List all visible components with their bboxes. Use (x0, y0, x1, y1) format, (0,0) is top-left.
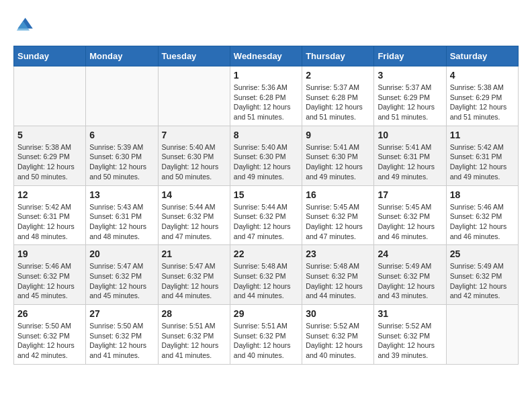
day-number: 30 (306, 308, 370, 319)
calendar-cell: 3Sunrise: 5:37 AMSunset: 6:29 PMDaylight… (374, 66, 446, 126)
day-info: Sunrise: 5:42 AMSunset: 6:31 PMDaylight:… (450, 142, 515, 182)
day-number: 31 (378, 308, 442, 319)
day-info: Sunrise: 5:46 AMSunset: 6:32 PMDaylight:… (17, 261, 82, 301)
day-info: Sunrise: 5:42 AMSunset: 6:31 PMDaylight:… (17, 202, 82, 242)
day-info: Sunrise: 5:46 AMSunset: 6:32 PMDaylight:… (450, 202, 515, 242)
calendar-cell: 6Sunrise: 5:39 AMSunset: 6:30 PMDaylight… (86, 126, 158, 185)
calendar-cell: 7Sunrise: 5:40 AMSunset: 6:30 PMDaylight… (158, 126, 230, 185)
day-number: 29 (234, 308, 298, 319)
sunrise-label: Sunrise: 5:45 AM (378, 203, 431, 211)
daylight-label: Daylight: 12 hours and 44 minutes. (162, 282, 219, 300)
sunrise-label: Sunrise: 5:51 AM (162, 322, 216, 330)
calendar-cell: 19Sunrise: 5:46 AMSunset: 6:32 PMDayligh… (14, 245, 86, 305)
daylight-label: Daylight: 12 hours and 44 minutes. (306, 282, 363, 300)
day-info: Sunrise: 5:49 AMSunset: 6:32 PMDaylight:… (378, 261, 442, 301)
calendar-cell (158, 66, 230, 126)
sunset-label: Sunset: 6:31 PM (378, 152, 430, 161)
daylight-label: Daylight: 12 hours and 51 minutes. (306, 103, 363, 121)
day-number: 1 (234, 70, 298, 81)
calendar-week-row: 1Sunrise: 5:36 AMSunset: 6:28 PMDaylight… (14, 66, 519, 126)
sunrise-label: Sunrise: 5:44 AM (162, 203, 216, 211)
daylight-label: Daylight: 12 hours and 45 minutes. (17, 282, 75, 300)
sunset-label: Sunset: 6:29 PM (378, 93, 430, 101)
day-number: 6 (89, 130, 154, 140)
calendar-cell: 10Sunrise: 5:41 AMSunset: 6:31 PMDayligh… (374, 126, 446, 185)
sunset-label: Sunset: 6:32 PM (306, 272, 358, 280)
calendar-cell: 5Sunrise: 5:38 AMSunset: 6:29 PMDaylight… (14, 126, 86, 185)
day-info: Sunrise: 5:47 AMSunset: 6:32 PMDaylight:… (89, 261, 154, 301)
sunrise-label: Sunrise: 5:50 AM (89, 322, 143, 330)
day-info: Sunrise: 5:49 AMSunset: 6:32 PMDaylight:… (450, 261, 515, 301)
sunset-label: Sunset: 6:32 PM (234, 212, 286, 220)
calendar-cell: 13Sunrise: 5:43 AMSunset: 6:31 PMDayligh… (86, 185, 158, 245)
sunset-label: Sunset: 6:30 PM (234, 152, 286, 161)
day-number: 23 (306, 248, 370, 259)
sunrise-label: Sunrise: 5:41 AM (306, 143, 359, 151)
calendar-cell: 20Sunrise: 5:47 AMSunset: 6:32 PMDayligh… (86, 245, 158, 305)
sunset-label: Sunset: 6:32 PM (378, 332, 430, 340)
day-info: Sunrise: 5:44 AMSunset: 6:32 PMDaylight:… (234, 202, 298, 242)
daylight-label: Daylight: 12 hours and 40 minutes. (234, 341, 291, 359)
daylight-label: Daylight: 12 hours and 50 minutes. (162, 163, 219, 181)
daylight-label: Daylight: 12 hours and 49 minutes. (450, 163, 507, 181)
daylight-label: Daylight: 12 hours and 45 minutes. (89, 282, 146, 300)
sunset-label: Sunset: 6:29 PM (450, 93, 502, 101)
sunrise-label: Sunrise: 5:37 AM (378, 83, 431, 91)
day-number: 17 (378, 189, 442, 200)
day-info: Sunrise: 5:40 AMSunset: 6:30 PMDaylight:… (162, 142, 226, 182)
day-number: 27 (89, 308, 154, 319)
calendar-week-row: 5Sunrise: 5:38 AMSunset: 6:29 PMDaylight… (14, 126, 519, 185)
daylight-label: Daylight: 12 hours and 41 minutes. (162, 341, 219, 359)
sunrise-label: Sunrise: 5:49 AM (450, 262, 504, 270)
daylight-label: Daylight: 12 hours and 49 minutes. (234, 163, 291, 181)
calendar-week-row: 12Sunrise: 5:42 AMSunset: 6:31 PMDayligh… (14, 185, 519, 245)
sunset-label: Sunset: 6:31 PM (89, 212, 142, 220)
day-number: 19 (17, 248, 82, 259)
daylight-label: Daylight: 12 hours and 48 minutes. (89, 222, 146, 240)
calendar-cell (14, 66, 86, 126)
day-info: Sunrise: 5:37 AMSunset: 6:28 PMDaylight:… (306, 83, 370, 122)
daylight-label: Daylight: 12 hours and 46 minutes. (450, 222, 507, 240)
day-number: 21 (162, 248, 226, 259)
sunset-label: Sunset: 6:32 PM (89, 332, 142, 340)
calendar-cell: 30Sunrise: 5:52 AMSunset: 6:32 PMDayligh… (302, 305, 374, 365)
sunrise-label: Sunrise: 5:51 AM (234, 322, 287, 330)
logo (13, 13, 38, 35)
calendar-cell: 16Sunrise: 5:45 AMSunset: 6:32 PMDayligh… (302, 185, 374, 245)
calendar-cell: 28Sunrise: 5:51 AMSunset: 6:32 PMDayligh… (158, 305, 230, 365)
sunrise-label: Sunrise: 5:42 AM (450, 143, 504, 151)
day-info: Sunrise: 5:43 AMSunset: 6:31 PMDaylight:… (89, 202, 154, 242)
day-number: 8 (234, 130, 298, 140)
day-info: Sunrise: 5:44 AMSunset: 6:32 PMDaylight:… (162, 202, 226, 242)
daylight-label: Daylight: 12 hours and 47 minutes. (162, 222, 219, 240)
day-info: Sunrise: 5:37 AMSunset: 6:29 PMDaylight:… (378, 83, 442, 122)
calendar-cell: 9Sunrise: 5:41 AMSunset: 6:30 PMDaylight… (302, 126, 374, 185)
sunrise-label: Sunrise: 5:48 AM (306, 262, 359, 270)
sunrise-label: Sunrise: 5:48 AM (234, 262, 287, 270)
daylight-label: Daylight: 12 hours and 49 minutes. (306, 163, 363, 181)
calendar-cell: 29Sunrise: 5:51 AMSunset: 6:32 PMDayligh… (230, 305, 302, 365)
day-number: 7 (162, 130, 226, 140)
day-number: 3 (378, 70, 442, 81)
column-header-friday: Friday (374, 46, 446, 66)
calendar-cell: 22Sunrise: 5:48 AMSunset: 6:32 PMDayligh… (230, 245, 302, 305)
sunrise-label: Sunrise: 5:50 AM (17, 322, 71, 330)
daylight-label: Daylight: 12 hours and 43 minutes. (378, 282, 435, 300)
calendar-cell: 23Sunrise: 5:48 AMSunset: 6:32 PMDayligh… (302, 245, 374, 305)
day-number: 26 (17, 308, 82, 319)
sunrise-label: Sunrise: 5:46 AM (450, 203, 504, 211)
day-number: 22 (234, 248, 298, 259)
sunrise-label: Sunrise: 5:38 AM (17, 143, 71, 151)
day-number: 16 (306, 189, 370, 200)
calendar-cell: 14Sunrise: 5:44 AMSunset: 6:32 PMDayligh… (158, 185, 230, 245)
column-header-saturday: Saturday (446, 46, 518, 66)
daylight-label: Daylight: 12 hours and 47 minutes. (306, 222, 363, 240)
calendar-cell: 11Sunrise: 5:42 AMSunset: 6:31 PMDayligh… (446, 126, 518, 185)
sunrise-label: Sunrise: 5:42 AM (17, 203, 71, 211)
day-info: Sunrise: 5:52 AMSunset: 6:32 PMDaylight:… (306, 321, 370, 361)
day-info: Sunrise: 5:36 AMSunset: 6:28 PMDaylight:… (234, 83, 298, 122)
column-header-tuesday: Tuesday (158, 46, 230, 66)
sunset-label: Sunset: 6:32 PM (378, 272, 430, 280)
sunset-label: Sunset: 6:31 PM (450, 152, 502, 161)
day-info: Sunrise: 5:52 AMSunset: 6:32 PMDaylight:… (378, 321, 442, 361)
